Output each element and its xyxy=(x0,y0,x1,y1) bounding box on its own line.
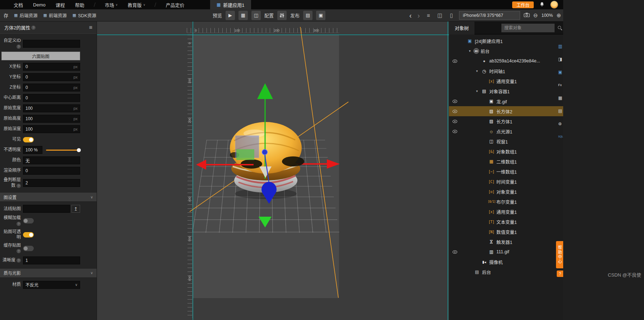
y-axis-handle-down[interactable] xyxy=(259,217,272,227)
preview-device-button[interactable]: ◫ xyxy=(251,11,261,20)
tree-item[interactable]: [C]时间变量1 xyxy=(449,177,563,187)
tree-item[interactable]: [⊙]对象变量1 xyxy=(449,187,563,197)
tree-item[interactable]: [0/1]布尔变量1 xyxy=(449,197,563,207)
zoom-in-button[interactable]: ⊕ xyxy=(556,12,561,19)
material-select[interactable]: 不反光∨ xyxy=(23,281,80,289)
toggle-switch[interactable] xyxy=(23,232,34,237)
tree-item[interactable]: [&]对象数组1 xyxy=(449,146,563,156)
publish-media-icon[interactable]: ▣ xyxy=(316,11,325,20)
tree-item[interactable]: [T]文本变量1 xyxy=(449,217,563,227)
tab-object-tree[interactable]: 对象树 xyxy=(449,22,474,34)
hamburger-menu-icon[interactable]: ≡ xyxy=(89,24,92,31)
property-input[interactable]: 0px xyxy=(23,73,80,81)
menu-item[interactable]: 市场∨ xyxy=(105,1,118,8)
help-icon[interactable]: ? xyxy=(31,25,36,30)
center-handle[interactable] xyxy=(262,150,268,155)
component-icon[interactable]: ▦ xyxy=(558,95,562,100)
split-view-icon[interactable]: ◫ xyxy=(436,11,444,20)
property-input[interactable]: 无 xyxy=(23,156,80,164)
device-selector[interactable]: iPhone6/7/8 375*667 xyxy=(459,11,520,20)
expand-arrow-icon[interactable]: ▼ xyxy=(476,70,481,73)
property-input[interactable]: 0 xyxy=(23,94,80,102)
expand-arrow-icon[interactable]: ▼ xyxy=(468,50,473,53)
save-button[interactable]: 存 xyxy=(4,12,8,19)
opacity-input[interactable]: 100 % xyxy=(23,146,42,154)
opacity-slider[interactable] xyxy=(46,150,80,151)
3d-canvas[interactable] xyxy=(97,22,449,320)
screenshot-camera-icon[interactable] xyxy=(524,12,530,19)
add-icon[interactable]: ⊕ xyxy=(558,121,562,126)
publish-form-icon[interactable]: ▤ xyxy=(303,11,312,20)
asset-icon[interactable]: ▤ xyxy=(558,108,562,113)
tree-item[interactable]: ▣龙.gif xyxy=(449,96,563,106)
media-icon[interactable]: ◨ xyxy=(558,57,562,62)
service-icon[interactable]: ▣ xyxy=(558,70,562,75)
property-input[interactable]: 0 xyxy=(23,167,80,175)
user-avatar[interactable] xyxy=(550,1,558,9)
help-icon[interactable]: ? xyxy=(17,258,21,263)
tree-item[interactable]: ☼点光源1 xyxy=(449,126,563,136)
visibility-eye-icon[interactable] xyxy=(453,60,461,63)
notification-bell-icon[interactable] xyxy=(539,1,545,8)
property-input[interactable]: 100px xyxy=(23,125,80,133)
help-icon[interactable]: ? xyxy=(17,44,21,49)
tree-item[interactable]: ▦二维数组1 xyxy=(449,156,563,166)
help-badge-icon[interactable]: ? xyxy=(557,270,563,277)
property-input[interactable]: 100px xyxy=(23,115,80,123)
six-face-texture-button[interactable]: 六面贴图 xyxy=(1,52,80,60)
tree-item[interactable]: ▼◷时间轴1 xyxy=(449,66,563,76)
tree-item[interactable]: [x]通用变量1 xyxy=(449,207,563,217)
expand-arrow-icon[interactable]: ▼ xyxy=(476,90,481,93)
property-input[interactable]: 2 xyxy=(23,179,80,187)
search-icon[interactable] xyxy=(558,26,561,29)
x-axis-arrow-right[interactable] xyxy=(327,159,340,169)
resource-button[interactable]: ▦后端资源 xyxy=(14,12,37,19)
tree-item[interactable]: ▼▤对象容器1 xyxy=(449,86,563,96)
database-icon[interactable]: ▥ xyxy=(558,44,562,49)
menu-item[interactable]: 产品定价 xyxy=(166,1,184,8)
tree-item[interactable]: [⋯]一维数组1 xyxy=(449,166,563,177)
tree-item[interactable]: ●ab3259a14ce4239e84e... xyxy=(449,56,563,66)
play-preview-button[interactable]: ▶ xyxy=(226,11,235,20)
back-chevron-icon[interactable]: ‹ xyxy=(408,12,413,19)
property-input[interactable]: 100px xyxy=(23,104,80,112)
search-input[interactable] xyxy=(501,24,555,32)
tree-item[interactable]: ▼3D前台 xyxy=(449,46,563,56)
tree-item[interactable]: ▨长方体2 xyxy=(449,106,563,116)
x-axis-arrow-left[interactable] xyxy=(196,160,206,170)
section-header[interactable]: 图设置∨ xyxy=(0,193,97,201)
tree-item[interactable]: ▨长方体1 xyxy=(449,116,563,126)
visibility-eye-icon[interactable] xyxy=(453,100,461,103)
resource-button[interactable]: ▦前端资源 xyxy=(43,12,66,19)
visibility-eye-icon[interactable] xyxy=(453,250,461,254)
sql-icon[interactable]: SQL xyxy=(558,134,563,139)
fx-icon[interactable]: Fx xyxy=(558,83,562,88)
menu-item[interactable]: 课程 xyxy=(56,1,65,8)
tree-item[interactable]: ◫视窗1 xyxy=(449,136,563,146)
forward-chevron-icon[interactable]: › xyxy=(416,12,421,19)
toggle-switch[interactable] xyxy=(23,218,34,223)
help-icon[interactable]: ? xyxy=(17,222,21,226)
property-input[interactable]: 0px xyxy=(23,84,80,91)
zoom-out-button[interactable]: ⊖ xyxy=(533,12,538,19)
property-input[interactable]: 0px xyxy=(23,63,80,71)
menu-item[interactable]: Demo xyxy=(33,2,46,8)
help-icon[interactable]: ? xyxy=(17,184,21,188)
preview-window-button[interactable]: ▦ xyxy=(238,11,248,20)
visibility-eye-icon[interactable] xyxy=(453,120,461,123)
section-header[interactable]: 质与光影∨ xyxy=(0,269,97,277)
tree-item[interactable]: ⋈触发器1 xyxy=(449,237,563,247)
menu-item[interactable]: 帮助 xyxy=(75,1,84,8)
toggle-switch[interactable] xyxy=(23,137,34,142)
menu-item[interactable]: 文档 xyxy=(14,1,23,8)
tab-app[interactable]: ▦ 新建应用1 xyxy=(210,0,251,9)
help-icon[interactable]: ? xyxy=(17,249,21,253)
visibility-eye-icon[interactable] xyxy=(453,110,461,113)
help-center-tab[interactable]: 帮助中心 xyxy=(556,241,563,268)
toggle-switch[interactable] xyxy=(23,246,34,251)
device-orientation-icon[interactable]: ▯ xyxy=(448,11,455,20)
settings-sliders-icon[interactable] xyxy=(277,11,287,20)
visibility-eye-icon[interactable] xyxy=(453,130,461,133)
align-panel-icon[interactable]: ≡ xyxy=(425,11,432,20)
property-input[interactable] xyxy=(23,40,80,48)
